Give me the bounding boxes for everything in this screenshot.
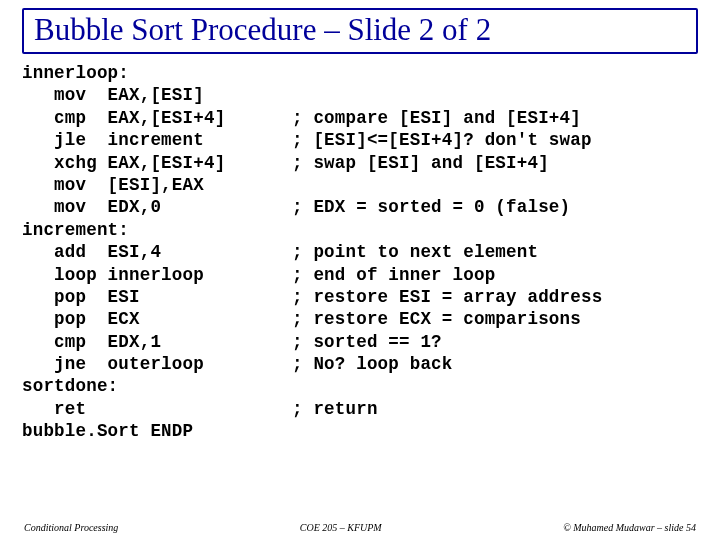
code-instruction: mov EDX,0 — [22, 196, 292, 218]
code-line: loop innerloop; end of inner loop — [22, 264, 698, 286]
code-comment: ; swap [ESI] and [ESI+4] — [292, 152, 698, 174]
code-line: add ESI,4; point to next element — [22, 241, 698, 263]
slide-title: Bubble Sort Procedure – Slide 2 of 2 — [34, 12, 686, 48]
code-comment: ; sorted == 1? — [292, 331, 698, 353]
footer: Conditional Processing COE 205 – KFUPM ©… — [0, 522, 720, 533]
code-line: mov EDX,0; EDX = sorted = 0 (false) — [22, 196, 698, 218]
code-instruction: pop ESI — [22, 286, 292, 308]
code-instruction: cmp EAX,[ESI+4] — [22, 107, 292, 129]
code-instruction: bubble.Sort ENDP — [22, 420, 292, 442]
code-comment — [292, 219, 698, 241]
code-instruction: pop ECX — [22, 308, 292, 330]
code-instruction: xchg EAX,[ESI+4] — [22, 152, 292, 174]
code-line: sortdone: — [22, 375, 698, 397]
code-comment: ; end of inner loop — [292, 264, 698, 286]
code-instruction: innerloop: — [22, 62, 292, 84]
code-instruction: add ESI,4 — [22, 241, 292, 263]
code-line: mov [ESI],EAX — [22, 174, 698, 196]
code-line: mov EAX,[ESI] — [22, 84, 698, 106]
code-instruction: jle increment — [22, 129, 292, 151]
code-comment: ; No? loop back — [292, 353, 698, 375]
code-comment: ; EDX = sorted = 0 (false) — [292, 196, 698, 218]
code-line: bubble.Sort ENDP — [22, 420, 698, 442]
code-instruction: cmp EDX,1 — [22, 331, 292, 353]
code-line: cmp EDX,1; sorted == 1? — [22, 331, 698, 353]
code-comment: ; [ESI]<=[ESI+4]? don't swap — [292, 129, 698, 151]
code-comment — [292, 375, 698, 397]
code-line: jle increment; [ESI]<=[ESI+4]? don't swa… — [22, 129, 698, 151]
code-line: jne outerloop; No? loop back — [22, 353, 698, 375]
code-comment: ; return — [292, 398, 698, 420]
code-instruction: loop innerloop — [22, 264, 292, 286]
footer-left: Conditional Processing — [24, 522, 118, 533]
code-line: cmp EAX,[ESI+4]; compare [ESI] and [ESI+… — [22, 107, 698, 129]
code-comment — [292, 62, 698, 84]
code-instruction: mov [ESI],EAX — [22, 174, 292, 196]
code-listing: innerloop: mov EAX,[ESI] cmp EAX,[ESI+4]… — [22, 62, 698, 443]
code-comment: ; point to next element — [292, 241, 698, 263]
code-line: xchg EAX,[ESI+4]; swap [ESI] and [ESI+4] — [22, 152, 698, 174]
code-comment — [292, 84, 698, 106]
title-box: Bubble Sort Procedure – Slide 2 of 2 — [22, 8, 698, 54]
footer-right: © Muhamed Mudawar – slide 54 — [563, 522, 696, 533]
code-instruction: ret — [22, 398, 292, 420]
code-line: pop ECX; restore ECX = comparisons — [22, 308, 698, 330]
code-comment: ; restore ECX = comparisons — [292, 308, 698, 330]
code-comment: ; compare [ESI] and [ESI+4] — [292, 107, 698, 129]
slide-container: Bubble Sort Procedure – Slide 2 of 2 inn… — [0, 0, 720, 540]
code-comment — [292, 174, 698, 196]
code-comment — [292, 420, 698, 442]
footer-center: COE 205 – KFUPM — [300, 522, 382, 533]
code-instruction: jne outerloop — [22, 353, 292, 375]
code-line: ret; return — [22, 398, 698, 420]
code-comment: ; restore ESI = array address — [292, 286, 698, 308]
code-line: pop ESI; restore ESI = array address — [22, 286, 698, 308]
code-instruction: mov EAX,[ESI] — [22, 84, 292, 106]
code-line: increment: — [22, 219, 698, 241]
code-line: innerloop: — [22, 62, 698, 84]
code-instruction: increment: — [22, 219, 292, 241]
code-instruction: sortdone: — [22, 375, 292, 397]
